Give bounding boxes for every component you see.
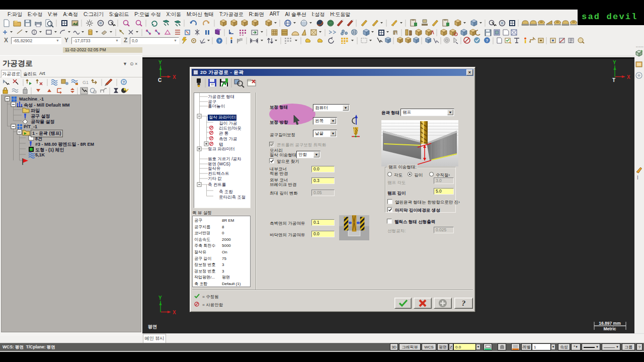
svg-text:T: T <box>612 77 615 83</box>
svg-text:Y: Y <box>613 60 616 65</box>
svg-text:X: X <box>627 74 630 80</box>
svg-text:G1: G1 <box>83 80 89 85</box>
svg-text:?: ? <box>123 80 125 84</box>
svg-text:X: X <box>173 74 176 80</box>
svg-text:?: ? <box>218 39 221 43</box>
svg-text:C: C <box>158 77 162 83</box>
svg-text:Y: Y <box>158 60 162 65</box>
svg-text:X: X <box>173 310 176 315</box>
svg-text:16.897 mm: 16.897 mm <box>599 321 621 326</box>
svg-text:Y: Y <box>158 295 162 301</box>
svg-text:?: ? <box>486 38 489 43</box>
svg-text:Metric: Metric <box>603 326 616 331</box>
